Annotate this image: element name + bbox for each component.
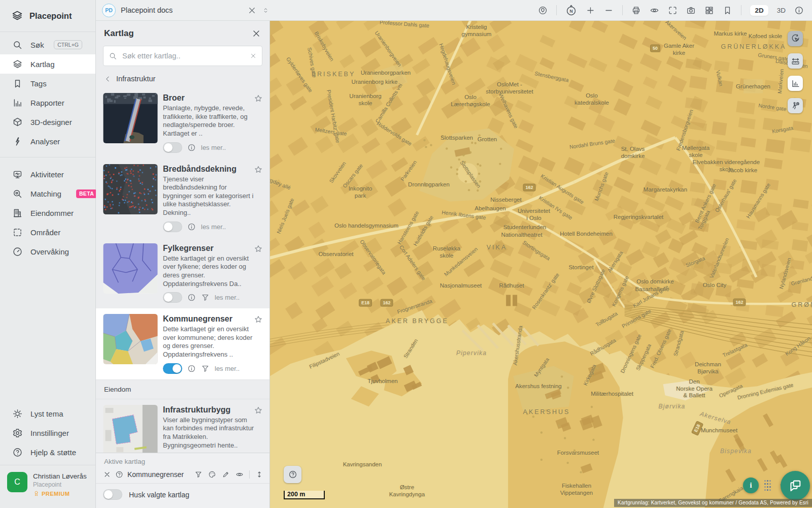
remove-layer-icon[interactable]	[103, 470, 111, 479]
layer-toggle[interactable]	[163, 292, 182, 303]
sidebar-item-omr-der[interactable]: Områder	[0, 223, 95, 242]
map-info-button[interactable]: i	[743, 478, 759, 493]
read-more-link[interactable]: les mer..	[201, 144, 226, 151]
panel-close-icon[interactable]	[251, 28, 261, 39]
sidebar-item-eiendommer[interactable]: Eiendommer	[0, 203, 95, 223]
favorite-star-icon[interactable]	[254, 244, 263, 253]
divider	[622, 5, 623, 15]
sidebar-item-lyst-tema[interactable]: Lyst tema	[0, 404, 95, 423]
layer-card-bredbåndsdekning[interactable]: BredbåndsdekningTjeneste viser bredbånds…	[96, 158, 269, 238]
sidebar-item-hjelp-st-tte[interactable]: Hjelp & støtte	[0, 442, 95, 462]
favorite-star-icon[interactable]	[254, 315, 263, 324]
sidebar-item-tags[interactable]: Tags	[0, 74, 95, 93]
select-rotate-tool[interactable]	[788, 31, 803, 46]
widgets-grid-icon[interactable]	[704, 6, 714, 15]
content: Kartlag Infrastruktur BroerPlanlagte, ny…	[96, 21, 812, 508]
medal-icon	[33, 490, 40, 497]
settings-icon	[12, 428, 23, 438]
logo-row[interactable]: Placepoint	[0, 0, 95, 31]
breadcrumb[interactable]: Infrastruktur	[96, 68, 269, 87]
layer-info-icon[interactable]	[187, 223, 196, 231]
user-profile[interactable]: C Christian Løverås Placepoint PREMIUM	[0, 465, 95, 508]
layer-thumbnail[interactable]	[103, 405, 158, 453]
project-switcher[interactable]: PD Placepoint docs	[102, 4, 269, 17]
scale-bar: 200 m	[284, 491, 325, 499]
sidebar-item-kartlag[interactable]: Kartlag	[0, 54, 95, 74]
visibility-icon[interactable]	[650, 6, 659, 15]
fullscreen-icon[interactable]	[668, 6, 678, 15]
layer-toggle[interactable]	[163, 142, 182, 153]
sidebar-item-innstillinger[interactable]: Innstillinger	[0, 423, 95, 442]
info-icon[interactable]	[794, 6, 804, 15]
layer-info-icon[interactable]	[187, 293, 196, 302]
layer-card-broer[interactable]: BroerPlanlagte, nybygde, revede, trafikk…	[96, 87, 269, 158]
building-icon	[12, 208, 23, 218]
search-icon	[12, 40, 23, 50]
layer-info-icon[interactable]	[187, 143, 196, 152]
sidebar-nav: SøkCTRL+GKartlagTagsRapporter3D-designer…	[0, 32, 95, 264]
layer-search-input[interactable]	[121, 51, 246, 60]
bookmark-icon[interactable]	[723, 6, 732, 15]
project-close-icon[interactable]	[247, 6, 257, 15]
clear-search-icon[interactable]	[250, 52, 257, 59]
layer-info-icon[interactable]	[187, 364, 196, 373]
layer-filter-icon[interactable]	[201, 364, 210, 373]
question-icon	[288, 470, 297, 479]
sidebar-item-matching[interactable]: MatchingBETA	[0, 184, 95, 203]
reorder-layer-icon[interactable]	[255, 470, 263, 479]
travel-time-tool[interactable]	[788, 98, 803, 113]
svg-text:N: N	[570, 8, 573, 13]
filter-layer-icon[interactable]	[194, 470, 202, 479]
layer-title: Infrastrukturbygg	[163, 405, 254, 415]
layer-toggle[interactable]	[163, 221, 182, 232]
read-more-link[interactable]: les mer..	[201, 223, 226, 231]
sidebar-item-analyser[interactable]: Analyser	[0, 132, 95, 151]
divider	[556, 5, 557, 15]
sidebar-item-label: Søk	[30, 41, 44, 49]
zoom-in-button[interactable]	[586, 6, 595, 15]
sidebar-item-s-k[interactable]: SøkCTRL+G	[0, 35, 95, 54]
view-2d-button[interactable]: 2D	[750, 5, 768, 16]
layer-help-icon[interactable]	[115, 470, 123, 479]
project-expand-icon[interactable]	[262, 6, 269, 15]
sidebar-item-aktiviteter[interactable]: Aktiviteter	[0, 165, 95, 184]
read-more-link[interactable]: les mer..	[215, 294, 240, 301]
favorite-star-icon[interactable]	[254, 165, 263, 174]
measure-tool[interactable]	[788, 53, 803, 69]
view-3d-button[interactable]: 3D	[777, 7, 786, 14]
sidebar-item-overv-king[interactable]: Overvåking	[0, 242, 95, 261]
layer-card-fylkegrenser[interactable]: FylkegrenserDette kartlaget gir en overs…	[96, 238, 269, 309]
map-canvas[interactable]: Professor Dahls gateKristelig gymnasiumM…	[270, 21, 812, 508]
favorite-star-icon[interactable]	[254, 94, 263, 103]
map-help-button[interactable]	[284, 466, 301, 483]
layer-card-infrastrukturbygg[interactable]: InfrastrukturbyggViser alle bygningstype…	[96, 399, 269, 453]
sidebar-item-3d-designer[interactable]: 3D-designer	[0, 112, 95, 132]
layer-thumbnail[interactable]	[103, 243, 158, 294]
sidebar-item-rapporter[interactable]: Rapporter	[0, 93, 95, 112]
read-more-link[interactable]: les mer..	[215, 365, 240, 372]
layer-filter-icon[interactable]	[201, 293, 210, 302]
remember-layers-row: Husk valgte kartlag	[96, 483, 269, 508]
drag-handle-dots[interactable]	[764, 480, 772, 492]
layer-visibility-icon[interactable]	[235, 470, 244, 479]
active-layers-header: Aktive kartlag	[96, 453, 269, 467]
favorite-star-icon[interactable]	[254, 406, 263, 415]
screenshot-icon[interactable]	[686, 6, 696, 15]
layer-thumbnail[interactable]	[103, 314, 158, 364]
style-layer-icon[interactable]	[208, 470, 216, 479]
location-tour-icon[interactable]	[538, 6, 548, 15]
divider	[741, 5, 741, 15]
layer-toggle[interactable]	[163, 363, 182, 374]
remember-layers-toggle[interactable]	[103, 489, 122, 500]
chart-tool[interactable]	[788, 76, 803, 91]
layer-title: Fylkegrenser	[163, 244, 254, 253]
layer-thumbnail[interactable]	[103, 93, 158, 143]
print-icon[interactable]	[631, 6, 641, 15]
zoom-out-button[interactable]	[604, 6, 614, 15]
layer-card-kommunegrenser[interactable]: KommunegrenserDette kartlaget gir en ove…	[96, 308, 269, 379]
compass-icon[interactable]: N	[565, 5, 577, 16]
layer-thumbnail[interactable]	[103, 164, 158, 214]
sidebar-footer-nav: Lyst temaInnstillingerHjelp & støtte	[0, 401, 95, 465]
chat-button[interactable]	[781, 471, 810, 500]
edit-layer-icon[interactable]	[222, 470, 230, 479]
